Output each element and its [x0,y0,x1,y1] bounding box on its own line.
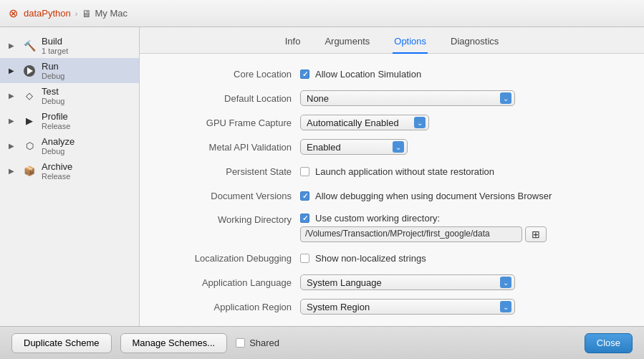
application-region-value: System Region [307,302,497,312]
working-directory-row: Working Directory Use custom working dir… [157,211,627,242]
dropdown-arrow-metal-icon: ⌄ [393,141,404,153]
sidebar-item-build-sub: 1 target [42,47,68,55]
dropdown-arrow-gpu-icon: ⌄ [414,117,426,128]
manage-schemes-button[interactable]: Manage Schemes... [120,333,228,353]
sidebar-item-run-name: Run [42,61,64,72]
shared-checkbox-row: Shared [236,338,279,348]
document-versions-checkbox[interactable] [300,191,309,201]
chevron-right-icon-profile: ▶ [9,117,17,125]
shared-label: Shared [249,338,279,348]
sidebar-item-analyze-sub: Debug [42,147,75,155]
application-language-value: System Language [307,277,497,288]
localization-debugging-control: Show non-localized strings [300,253,627,264]
sidebar-item-archive-sub: Release [42,172,72,181]
working-directory-text: Use custom working directory: [315,213,440,224]
content-area: Info Arguments Options Diagnostics Core … [140,27,644,326]
core-location-row: Core Location Allow Location Simulation [157,65,627,82]
document-versions-control: Allow debugging when using document Vers… [300,191,627,201]
sidebar-item-run-sub: Debug [42,72,64,80]
localization-debugging-label: Localization Debugging [157,253,300,264]
gpu-frame-capture-control: Automatically Enabled ⌄ [300,115,627,130]
default-location-row: Default Location None ⌄ [157,90,627,107]
default-location-value: None [307,93,497,104]
application-region-control: System Region ⌄ [300,299,627,315]
working-directory-control: Use custom working directory: /Volumes/T… [300,213,627,242]
persistent-state-text: Launch application without state restora… [315,166,494,177]
xpc-services-control: Debug XPC services used by this applicat… [300,326,627,327]
app-icon: ⊗ [9,6,18,20]
document-versions-text: Allow debugging when using document Vers… [315,191,552,201]
titlebar: ⊗ dataPython › 🖥 My Mac [0,0,644,27]
sidebar: ▶ 🔨 Build 1 target ▶ Run Debug ▶ ◇ [0,27,140,326]
sidebar-item-profile-sub: Release [42,122,70,130]
duplicate-scheme-button[interactable]: Duplicate Scheme [11,333,112,353]
working-directory-label: Working Directory [157,213,300,225]
dropdown-arrow-icon: ⌄ [500,92,511,104]
working-directory-browse-button[interactable]: ⊞ [525,226,547,242]
metal-api-validation-select[interactable]: Enabled ⌄ [300,139,408,155]
working-directory-path[interactable]: /Volumes/Transaction/MProject/first_goog… [300,226,522,242]
sidebar-item-run[interactable]: ▶ Run Debug [0,58,139,83]
working-directory-checkbox[interactable] [300,214,309,223]
options-content: Core Location Allow Location Simulation … [140,54,644,326]
chevron-right-icon-run: ▶ [9,67,17,75]
tab-arguments[interactable]: Arguments [323,33,371,54]
persistent-state-row: Persistent State Launch application with… [157,163,627,180]
xpc-services-text: Debug XPC services used by this applicat… [315,326,501,327]
chevron-right-icon-archive: ▶ [9,167,17,176]
shared-checkbox[interactable] [236,338,245,348]
core-location-label: Core Location [157,69,300,80]
application-language-control: System Language ⌄ [300,274,627,290]
tab-bar: Info Arguments Options Diagnostics [140,27,644,54]
application-language-label: Application Language [157,277,300,288]
dropdown-arrow-lang-icon: ⌄ [500,277,511,288]
sidebar-item-build-name: Build [42,36,68,47]
sidebar-item-profile-name: Profile [42,111,70,122]
mac-label: My Mac [95,8,128,19]
default-location-control: None ⌄ [300,90,627,106]
tab-options[interactable]: Options [393,33,428,54]
sidebar-item-archive[interactable]: ▶ 📦 Archive Release [0,158,139,183]
localization-debugging-row: Localization Debugging Show non-localize… [157,249,627,267]
sidebar-item-analyze[interactable]: ▶ ⬡ Analyze Debug [0,133,139,158]
close-button[interactable]: Close [585,333,633,353]
core-location-checkbox[interactable] [300,70,309,79]
document-versions-row: Document Versions Allow debugging when u… [157,187,627,204]
sidebar-item-build[interactable]: ▶ 🔨 Build 1 target [0,33,139,58]
localization-debugging-text: Show non-localized strings [315,253,426,264]
default-location-select[interactable]: None ⌄ [300,90,515,106]
core-location-control: Allow Location Simulation [300,69,627,80]
analyze-icon: ⬡ [23,140,36,153]
tab-info[interactable]: Info [284,33,302,54]
profile-icon: ▶ [23,115,36,128]
metal-api-validation-control: Enabled ⌄ [300,139,627,155]
run-icon [23,64,36,77]
persistent-state-control: Launch application without state restora… [300,166,627,177]
sidebar-item-analyze-name: Analyze [42,136,75,147]
sidebar-item-profile[interactable]: ▶ ▶ Profile Release [0,108,139,133]
gpu-frame-capture-value: Automatically Enabled [307,118,411,128]
xpc-services-label: XPC Services [157,326,300,327]
tab-diagnostics[interactable]: Diagnostics [449,33,500,54]
bottom-bar: Duplicate Scheme Manage Schemes... Share… [0,326,644,359]
metal-api-validation-label: Metal API Validation [157,142,300,153]
application-region-select[interactable]: System Region ⌄ [300,299,515,315]
persistent-state-label: Persistent State [157,166,300,177]
chevron-right-icon-analyze: ▶ [9,142,17,150]
build-icon: 🔨 [23,39,36,52]
app-name: dataPython [24,8,71,19]
gpu-frame-capture-select[interactable]: Automatically Enabled ⌄ [300,115,429,130]
core-location-text: Allow Location Simulation [315,69,421,80]
application-region-label: Application Region [157,302,300,312]
document-versions-label: Document Versions [157,191,300,201]
localization-debugging-checkbox[interactable] [300,254,309,263]
persistent-state-checkbox[interactable] [300,167,309,176]
sidebar-item-archive-name: Archive [42,161,72,172]
breadcrumb-separator: › [75,9,78,18]
metal-api-validation-row: Metal API Validation Enabled ⌄ [157,138,627,155]
xpc-services-row: XPC Services Debug XPC services used by … [157,322,627,326]
default-location-label: Default Location [157,93,300,104]
sidebar-item-test[interactable]: ▶ ◇ Test Debug [0,83,139,108]
chevron-right-icon-test: ▶ [9,92,17,100]
application-language-select[interactable]: System Language ⌄ [300,274,515,290]
